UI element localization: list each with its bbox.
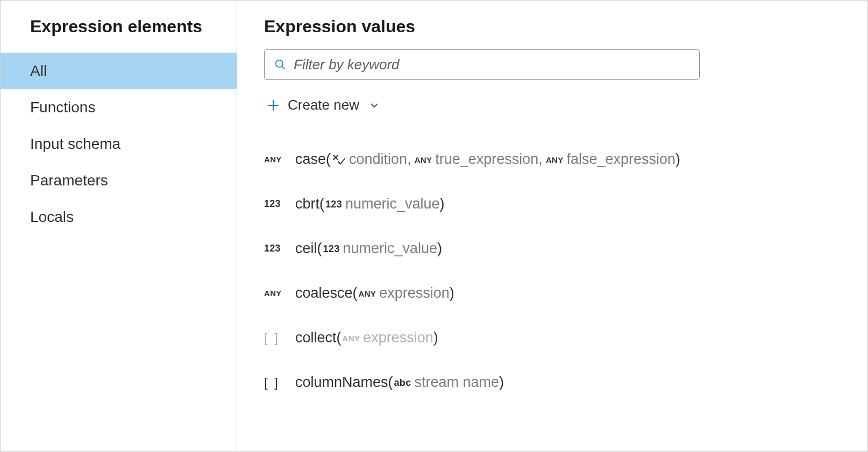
sidebar-item-functions[interactable]: Functions	[1, 89, 237, 126]
sidebar: Expression elements AllFunctionsInput sc…	[1, 1, 237, 451]
param-name: numeric_value	[345, 196, 440, 212]
return-type-badge: 123	[264, 243, 295, 254]
search-box[interactable]	[264, 49, 700, 80]
sidebar-item-locals[interactable]: Locals	[1, 199, 237, 235]
param-name: condition	[349, 151, 407, 168]
function-item-case[interactable]: ANYcase( condition, ANY true_expression,…	[264, 151, 835, 168]
param-type-badge: 123	[325, 199, 342, 210]
function-signature: case( condition, ANY true_expression, AN…	[295, 151, 680, 168]
param-name: expression	[379, 285, 450, 302]
svg-line-1	[282, 66, 284, 69]
param-name: true_expression	[435, 151, 538, 168]
return-type-badge: ANY	[264, 155, 295, 164]
main-title: Expression values	[264, 17, 835, 37]
search-input[interactable]	[294, 56, 689, 73]
function-signature: coalesce(ANY expression)	[295, 285, 454, 302]
function-name: case	[295, 151, 326, 168]
function-item-cbrt[interactable]: 123cbrt(123 numeric_value)	[264, 196, 835, 212]
chevron-down-icon	[369, 100, 380, 111]
sidebar-title: Expression elements	[1, 17, 237, 53]
boolean-type-icon	[332, 154, 346, 166]
sidebar-items: AllFunctionsInput schemaParametersLocals	[1, 53, 237, 235]
app-container: Expression elements AllFunctionsInput sc…	[0, 0, 868, 452]
return-type-badge: 123	[264, 198, 295, 210]
return-type-badge: ANY	[264, 289, 295, 298]
function-name: collect	[295, 329, 337, 346]
param-type-badge: ANY	[415, 155, 432, 164]
function-name: cbrt	[295, 196, 319, 212]
param-type-badge: ANY	[546, 155, 564, 164]
sidebar-item-parameters[interactable]: Parameters	[1, 162, 237, 199]
param-type-badge: ANY	[343, 334, 360, 343]
param-name: numeric_value	[343, 240, 437, 257]
function-list: ANYcase( condition, ANY true_expression,…	[264, 151, 835, 391]
return-type-badge: [ ]	[264, 331, 295, 346]
param-type-badge: abc	[394, 377, 411, 389]
search-icon	[274, 59, 286, 70]
sidebar-item-input-schema[interactable]: Input schema	[1, 126, 237, 162]
create-new-label: Create new	[288, 97, 359, 113]
sidebar-item-all[interactable]: All	[1, 53, 237, 89]
function-signature: cbrt(123 numeric_value)	[295, 196, 445, 212]
param-name: expression	[363, 329, 433, 346]
main-panel: Expression values Create new ANYcase( co…	[237, 1, 867, 451]
param-name: stream name	[414, 374, 499, 391]
function-item-collect[interactable]: [ ]collect(ANY expression)	[264, 329, 835, 346]
plus-icon	[266, 98, 280, 112]
function-name: columnNames	[295, 374, 388, 391]
function-signature: columnNames(abc stream name)	[295, 374, 504, 391]
function-name: coalesce	[295, 285, 353, 302]
return-type-badge: [ ]	[264, 375, 295, 390]
param-type-badge: ANY	[359, 289, 376, 298]
function-signature: collect(ANY expression)	[295, 329, 438, 346]
create-new-button[interactable]: Create new	[264, 91, 835, 119]
function-name: ceil	[295, 240, 317, 257]
function-item-columnNames[interactable]: [ ]columnNames(abc stream name)	[264, 374, 835, 391]
function-signature: ceil(123 numeric_value)	[295, 240, 442, 257]
param-type-badge: 123	[323, 243, 340, 255]
function-item-coalesce[interactable]: ANYcoalesce(ANY expression)	[264, 285, 835, 302]
function-item-ceil[interactable]: 123ceil(123 numeric_value)	[264, 240, 835, 257]
param-name: false_expression	[566, 151, 675, 168]
